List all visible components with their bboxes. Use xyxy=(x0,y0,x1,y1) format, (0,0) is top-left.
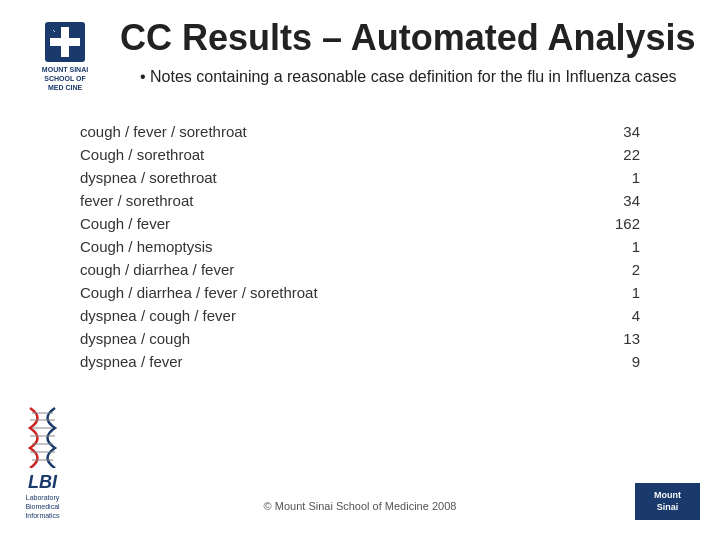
mount-sinai-bottom-box: Mount Sinai xyxy=(635,483,700,520)
row-label: dyspnea / sorethroat xyxy=(80,169,580,186)
table-row: cough / fever / sorethroat34 xyxy=(70,120,650,143)
row-label: dyspnea / cough xyxy=(80,330,580,347)
row-label: dyspnea / cough / fever xyxy=(80,307,580,324)
table-row: Cough / diarrhea / fever / sorethroat1 xyxy=(70,281,650,304)
title-area: CC Results – Automated Analysis • Notes … xyxy=(120,18,700,86)
mount-sinai-box-text: Mount Sinai xyxy=(645,489,690,514)
row-value: 2 xyxy=(580,261,640,278)
lbi-subtitle: Laboratory Biomedical Informatics xyxy=(20,493,65,520)
svg-rect-2 xyxy=(50,38,80,46)
lbi-label: LBI xyxy=(20,472,65,493)
row-value: 1 xyxy=(580,284,640,301)
row-label: dyspnea / fever xyxy=(80,353,580,370)
table-row: dyspnea / fever9 xyxy=(70,350,650,373)
row-label: fever / sorethroat xyxy=(80,192,580,209)
copyright-text: © Mount Sinai School of Medicine 2008 xyxy=(264,500,457,512)
table-row: dyspnea / cough / fever4 xyxy=(70,304,650,327)
row-label: cough / fever / sorethroat xyxy=(80,123,580,140)
lbi-logo: LBI Laboratory Biomedical Informatics xyxy=(20,403,65,520)
table-row: dyspnea / cough13 xyxy=(70,327,650,350)
footer: © Mount Sinai School of Medicine 2008 xyxy=(0,500,720,512)
row-label: cough / diarrhea / fever xyxy=(80,261,580,278)
row-value: 9 xyxy=(580,353,640,370)
logo-text: MOUNT SINAI SCHOOL OF MED CINE xyxy=(20,65,110,92)
row-value: 1 xyxy=(580,238,640,255)
mount-sinai-logo: MOUNT SINAI SCHOOL OF MED CINE xyxy=(20,22,110,92)
subtitle: • Notes containing a reasonable case def… xyxy=(120,68,700,86)
row-value: 1 xyxy=(580,169,640,186)
table-row: Cough / sorethroat22 xyxy=(70,143,650,166)
row-label: Cough / hemoptysis xyxy=(80,238,580,255)
row-value: 34 xyxy=(580,123,640,140)
row-value: 13 xyxy=(580,330,640,347)
row-value: 34 xyxy=(580,192,640,209)
row-value: 22 xyxy=(580,146,640,163)
data-table: cough / fever / sorethroat34Cough / sore… xyxy=(70,120,650,373)
table-row: Cough / hemoptysis1 xyxy=(70,235,650,258)
table-row: fever / sorethroat34 xyxy=(70,189,650,212)
page-title: CC Results – Automated Analysis xyxy=(120,18,700,58)
table-row: cough / diarrhea / fever2 xyxy=(70,258,650,281)
row-value: 162 xyxy=(580,215,640,232)
header: MOUNT SINAI SCHOOL OF MED CINE CC Result… xyxy=(0,0,720,102)
table-row: Cough / fever162 xyxy=(70,212,650,235)
row-value: 4 xyxy=(580,307,640,324)
row-label: Cough / diarrhea / fever / sorethroat xyxy=(80,284,580,301)
row-label: Cough / sorethroat xyxy=(80,146,580,163)
table-row: dyspnea / sorethroat1 xyxy=(70,166,650,189)
row-label: Cough / fever xyxy=(80,215,580,232)
